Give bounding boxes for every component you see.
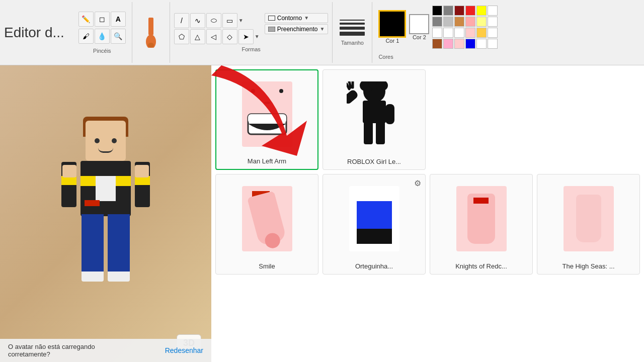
color-white3[interactable]: [432, 28, 442, 38]
svg-rect-11: [363, 101, 386, 123]
arrow-tool[interactable]: ➤: [238, 29, 254, 44]
diamond-tool[interactable]: ◇: [222, 29, 237, 44]
rtriangle-tool[interactable]: ◁: [206, 29, 221, 44]
item-card-high-seas[interactable]: The High Seas: ...: [537, 174, 640, 275]
color-white2[interactable]: [488, 17, 498, 27]
gear-icon[interactable]: ⚙: [414, 178, 421, 188]
oval-tool[interactable]: ⬭: [206, 13, 221, 28]
color-light-pink[interactable]: [465, 28, 475, 38]
tamanho-section: Tamanho: [333, 2, 372, 63]
cor1-label: Cor 1: [385, 38, 399, 44]
contorno-label: Contorno: [277, 15, 302, 22]
magnify-tool[interactable]: 🔍: [111, 29, 126, 44]
jacket-red-patch: [85, 200, 100, 206]
man-left-arm-drawing: [242, 81, 292, 147]
item-card-knights[interactable]: Knights of Redc...: [430, 174, 533, 275]
eraser-tool[interactable]: ◻: [95, 12, 110, 27]
text-tool[interactable]: A: [111, 12, 126, 27]
color-black[interactable]: [432, 6, 442, 16]
rect-tool[interactable]: ▭: [222, 13, 237, 28]
shapes-dropdown-arrow[interactable]: ▼: [238, 18, 244, 23]
left-panel: 3D O avatar não está carregando corretam…: [0, 65, 211, 362]
item-card-roblox-girl[interactable]: ROBLOX Girl Le...: [323, 69, 426, 170]
item-card-man-left-arm[interactable]: Man Left Arm: [215, 69, 318, 170]
contorno-button[interactable]: Contorno ▼: [265, 13, 329, 23]
color-white5[interactable]: [454, 28, 464, 38]
color-picker-tool[interactable]: 💧: [95, 29, 110, 44]
color-row-3: [432, 28, 498, 38]
color-dark-red[interactable]: [454, 6, 464, 16]
color-mid-gray[interactable]: [432, 17, 442, 27]
color-yellow[interactable]: [476, 6, 487, 16]
avatar-body: [80, 161, 131, 216]
cor1-swatch[interactable]: [378, 10, 406, 38]
poly-tool[interactable]: ⬠: [174, 29, 189, 44]
smile-arm-shape: [247, 191, 287, 246]
orteguinha-blue: [357, 201, 392, 229]
item-card-orteguinha[interactable]: ⚙ Orteguinha...: [323, 174, 426, 275]
color-light-gray[interactable]: [443, 17, 453, 27]
line-3px[interactable]: [340, 27, 365, 30]
color-pink[interactable]: [465, 17, 475, 27]
fill-tool[interactable]: 🖌: [78, 29, 94, 44]
paint-tools-group2: 🖌 💧 🔍: [78, 29, 126, 44]
tamanho-label: Tamanho: [341, 40, 364, 46]
color-white7[interactable]: [476, 39, 487, 49]
triangle-tool[interactable]: △: [190, 29, 205, 44]
knights-arm-shape: [467, 194, 495, 244]
color-light-pink2[interactable]: [454, 39, 464, 49]
color-white6[interactable]: [488, 28, 498, 38]
color-gold[interactable]: [476, 28, 487, 38]
error-message: O avatar não está carregando corretament…: [8, 343, 109, 358]
item-label-knights: Knights of Redc...: [434, 262, 528, 270]
color-main-row: Cor 1 Cor 2: [378, 6, 498, 49]
color-gray[interactable]: [443, 6, 453, 16]
color-tan[interactable]: [454, 17, 464, 27]
high-seas-drawing: [564, 186, 614, 251]
contorno-dropdown[interactable]: ▼: [304, 15, 309, 21]
item-card-smile[interactable]: Smile: [215, 174, 318, 275]
color-white8[interactable]: [488, 39, 498, 49]
item-label-smile: Smile: [220, 262, 314, 270]
items-grid: Man Left Arm: [215, 69, 640, 275]
avatar-left-shoe: [82, 272, 104, 282]
color-white4[interactable]: [443, 28, 453, 38]
color-pink2[interactable]: [443, 39, 453, 49]
color-white1[interactable]: [488, 6, 498, 16]
preenchimento-button[interactable]: Preenchimento ▼: [265, 24, 329, 34]
shapes-group: / ∿ ⬭ ▭ ▼ ⬠ △ ◁ ◇ ➤ ▼ Contorn: [174, 13, 329, 44]
preench-dropdown[interactable]: ▼: [319, 26, 325, 32]
avatar-right-hand: [135, 165, 149, 177]
svg-rect-15: [376, 122, 385, 144]
color-palette: [432, 6, 498, 49]
line-1px[interactable]: [340, 20, 365, 21]
line-tool[interactable]: /: [174, 13, 189, 28]
editor-title: Editor d...: [4, 25, 64, 41]
svg-rect-0: [148, 18, 153, 35]
color-brown[interactable]: [432, 39, 442, 49]
pencil-tool[interactable]: ✏️: [78, 12, 94, 27]
color-red[interactable]: [465, 6, 475, 16]
brush-icon: [138, 18, 164, 48]
svg-rect-4: [268, 27, 275, 32]
curve-tool[interactable]: ∿: [190, 13, 205, 28]
color-light-yellow[interactable]: [476, 17, 487, 27]
line-4px[interactable]: [340, 32, 365, 36]
knights-red-patch: [473, 198, 489, 204]
formas-label: Formas: [242, 46, 260, 52]
orteguinha-drawing: [349, 186, 399, 251]
svg-rect-13: [385, 104, 394, 124]
cor2-swatch[interactable]: [409, 14, 429, 34]
jacket-chest: [96, 176, 116, 201]
main-content: 3D O avatar não está carregando corretam…: [0, 65, 644, 362]
item-image-smile: [220, 178, 314, 258]
shapes-dropdown-arrow2[interactable]: ▼: [255, 34, 260, 39]
colors-section: Cor 1 Cor 2: [372, 2, 504, 63]
redesenhar-link[interactable]: Redesenhar: [165, 346, 203, 354]
toolbar: Editor d... ✏️ ◻ A 🖌 💧 🔍 Pincéis: [0, 0, 644, 65]
item-image-roblox-girl: [327, 74, 421, 154]
avatar-mouth: [98, 147, 113, 153]
roblox-girl-drawing: [347, 81, 402, 147]
color-blue[interactable]: [465, 39, 475, 49]
line-2px[interactable]: [340, 23, 365, 25]
